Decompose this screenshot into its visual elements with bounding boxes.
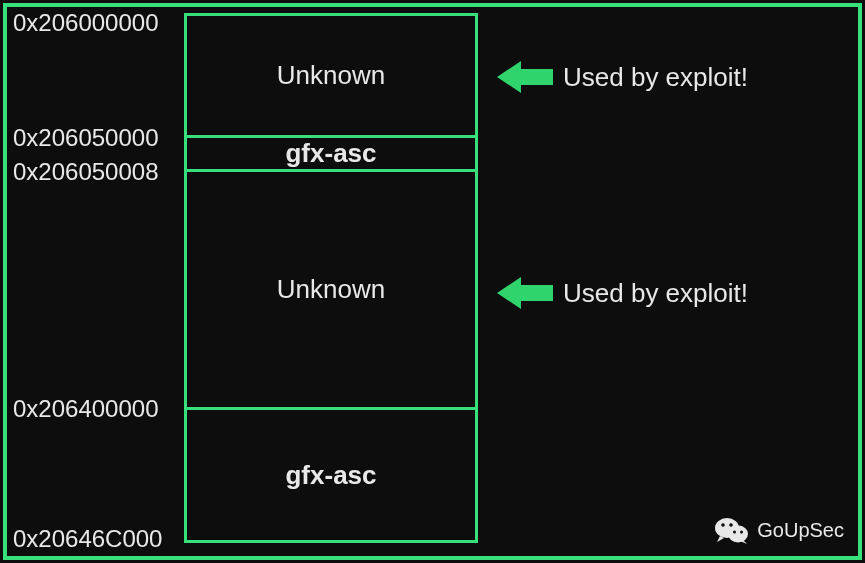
wechat-icon [715, 516, 749, 544]
memory-region-gfx-asc-2: gfx-asc [187, 410, 475, 540]
annotation-text: Used by exploit! [563, 62, 748, 93]
address-label-3: 0x206400000 [13, 395, 158, 423]
watermark: GoUpSec [715, 516, 844, 544]
svg-point-3 [728, 526, 748, 543]
arrow-left-icon [497, 59, 553, 95]
address-label-1: 0x206050000 [13, 124, 158, 152]
svg-point-7 [740, 531, 743, 534]
diagram-frame: 0x206000000 0x206050000 0x206050008 0x20… [3, 3, 862, 560]
svg-marker-1 [497, 277, 553, 309]
watermark-text: GoUpSec [757, 519, 844, 542]
region-label: Unknown [277, 274, 385, 305]
region-label: gfx-asc [285, 138, 376, 169]
svg-point-4 [721, 523, 725, 527]
annotation-text: Used by exploit! [563, 278, 748, 309]
svg-point-6 [733, 531, 736, 534]
memory-map: Unknown gfx-asc Unknown gfx-asc [184, 13, 478, 543]
arrow-left-icon [497, 275, 553, 311]
address-label-0: 0x206000000 [13, 9, 158, 37]
memory-region-gfx-asc-1: gfx-asc [187, 138, 475, 172]
region-label: Unknown [277, 60, 385, 91]
svg-point-5 [729, 523, 733, 527]
address-label-4: 0x20646C000 [13, 525, 162, 553]
address-label-2: 0x206050008 [13, 158, 158, 186]
svg-marker-0 [497, 61, 553, 93]
memory-region-unknown-2: Unknown [187, 172, 475, 410]
annotation-0: Used by exploit! [497, 59, 748, 95]
region-label: gfx-asc [285, 460, 376, 491]
annotation-1: Used by exploit! [497, 275, 748, 311]
memory-region-unknown-1: Unknown [187, 16, 475, 138]
